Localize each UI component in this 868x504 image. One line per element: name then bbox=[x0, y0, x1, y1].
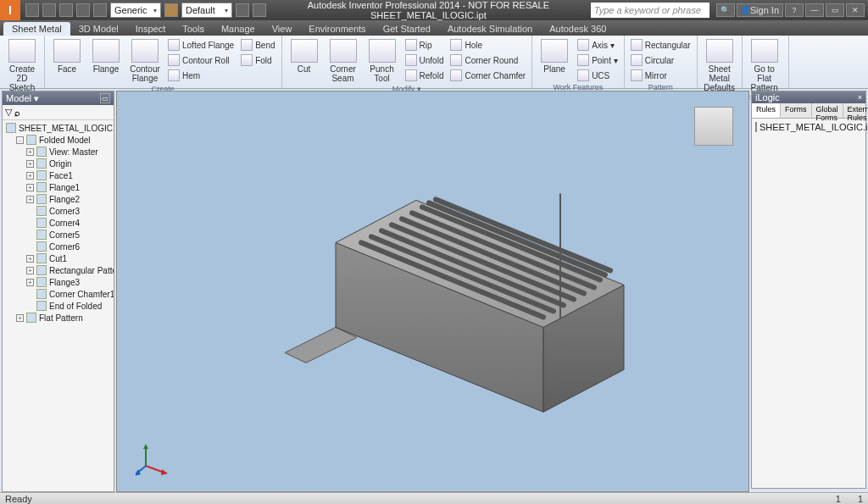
expand-icon[interactable]: + bbox=[26, 196, 34, 203]
model-panel-options-icon[interactable]: ▭ bbox=[100, 93, 110, 103]
circular-pattern-button[interactable]: Circular bbox=[628, 53, 693, 68]
ilogic-tab-global-forms[interactable]: Global Forms bbox=[812, 103, 843, 118]
maximize-icon[interactable]: ▭ bbox=[826, 3, 844, 17]
corner-seam-button[interactable]: Corner Seam bbox=[325, 37, 362, 85]
punch-tool-button[interactable]: Punch Tool bbox=[364, 37, 401, 85]
tree-item[interactable]: Corner5 bbox=[4, 229, 112, 241]
tree-item[interactable]: +Flat Pattern bbox=[4, 312, 112, 324]
cut-button[interactable]: Cut bbox=[286, 37, 323, 75]
spacer-icon bbox=[26, 291, 34, 298]
expand-icon[interactable]: + bbox=[26, 267, 34, 274]
filter-icon[interactable]: ▽ bbox=[5, 107, 12, 118]
contour-flange-button[interactable]: Contour Flange bbox=[126, 37, 164, 85]
rectangular-pattern-button[interactable]: Rectangular bbox=[628, 37, 693, 53]
refold-button[interactable]: Refold bbox=[403, 68, 447, 83]
bend-button[interactable]: Bend bbox=[238, 37, 277, 53]
tree-root[interactable]: SHEET_METAL_ILOGIC.ipt bbox=[4, 122, 112, 134]
ilogic-header: iLogic × bbox=[752, 91, 865, 103]
signin-button[interactable]: 👤 Sign In bbox=[737, 3, 783, 17]
material-combo[interactable]: Generic bbox=[110, 3, 161, 18]
tab-tools[interactable]: Tools bbox=[174, 22, 213, 36]
tree-item[interactable]: Corner3 bbox=[4, 205, 112, 217]
tree-item[interactable]: Corner4 bbox=[4, 217, 112, 229]
minimize-icon[interactable]: — bbox=[805, 3, 824, 17]
tab-environments[interactable]: Environments bbox=[300, 22, 374, 36]
rip-button[interactable]: Rip bbox=[403, 37, 447, 53]
plane-button[interactable]: Plane bbox=[536, 37, 573, 75]
qat-extra1-icon[interactable] bbox=[236, 3, 249, 17]
axis-button[interactable]: Axis ▾ bbox=[575, 37, 620, 53]
viewport-3d[interactable] bbox=[116, 91, 749, 492]
ilogic-tree-item[interactable]: SHEET_METAL_ILOGIC.ipt bbox=[755, 122, 862, 132]
hem-button[interactable]: Hem bbox=[165, 68, 236, 83]
create-2d-sketch-button[interactable]: Create 2D Sketch bbox=[3, 37, 41, 94]
qat-redo-icon[interactable] bbox=[93, 3, 107, 17]
tab-inspect[interactable]: Inspect bbox=[127, 22, 174, 36]
appearance-combo[interactable]: Default bbox=[181, 3, 232, 18]
corner-chamfer-button[interactable]: Corner Chamfer bbox=[448, 68, 528, 83]
tree-item[interactable]: +Origin bbox=[4, 158, 112, 169]
spacer-icon bbox=[26, 208, 34, 215]
tree-item[interactable]: Corner Chamfer1 bbox=[4, 288, 112, 300]
tab-3d-model[interactable]: 3D Model bbox=[70, 22, 127, 36]
tree-item[interactable]: End of Folded bbox=[4, 300, 112, 312]
contour-roll-button[interactable]: Contour Roll bbox=[165, 53, 236, 68]
qat-save-icon[interactable] bbox=[59, 3, 73, 17]
qat-open-icon[interactable] bbox=[42, 3, 56, 17]
expand-icon[interactable]: + bbox=[26, 148, 34, 156]
help-icon[interactable]: ? bbox=[785, 3, 804, 17]
tree-item[interactable]: +Flange3 bbox=[4, 276, 112, 288]
viewcube[interactable] bbox=[694, 107, 733, 146]
ilogic-tab-rules[interactable]: Rules bbox=[752, 103, 781, 118]
tab-manage[interactable]: Manage bbox=[213, 22, 264, 36]
search-icon[interactable]: 🔍 bbox=[716, 3, 735, 17]
hole-button[interactable]: Hole bbox=[448, 37, 528, 53]
qat-extra2-icon[interactable] bbox=[253, 3, 266, 17]
tab-view[interactable]: View bbox=[264, 22, 301, 36]
corner-round-button[interactable]: Corner Round bbox=[448, 53, 528, 68]
tree-item-label: End of Folded bbox=[49, 302, 102, 311]
ucs-button[interactable]: UCS bbox=[575, 68, 620, 83]
mirror-button[interactable]: Mirror bbox=[628, 68, 693, 83]
expand-icon[interactable]: + bbox=[26, 172, 34, 180]
fold-button[interactable]: Fold bbox=[238, 53, 277, 68]
find-icon[interactable]: ⌕ bbox=[14, 108, 20, 118]
close-icon[interactable]: ✕ bbox=[846, 3, 865, 17]
tab-get-started[interactable]: Get Started bbox=[375, 22, 439, 36]
expand-icon[interactable]: + bbox=[26, 255, 34, 263]
expand-icon[interactable]: + bbox=[16, 314, 24, 322]
lofted-flange-button[interactable]: Lofted Flange bbox=[165, 37, 236, 53]
tree-item[interactable]: +View: Master bbox=[4, 146, 112, 158]
expand-icon[interactable]: + bbox=[26, 184, 34, 191]
expand-icon[interactable]: + bbox=[26, 279, 34, 286]
qat-undo-icon[interactable] bbox=[76, 3, 90, 17]
tree-item[interactable]: +Rectangular Pattern1 bbox=[4, 264, 112, 276]
tree-item[interactable]: +Flange1 bbox=[4, 181, 112, 193]
app-logo[interactable]: I bbox=[0, 0, 20, 20]
unfold-button[interactable]: Unfold bbox=[403, 53, 447, 68]
ucs-icon bbox=[577, 69, 589, 81]
help-search-input[interactable]: Type a keyword or phrase bbox=[591, 3, 709, 18]
ilogic-close-icon[interactable]: × bbox=[858, 93, 862, 102]
sheet-metal-defaults-button[interactable]: Sheet Metal Defaults bbox=[701, 37, 738, 94]
face-button[interactable]: Face bbox=[48, 37, 86, 75]
model-tree[interactable]: SHEET_METAL_ILOGIC.ipt -Folded Model+Vie… bbox=[3, 120, 114, 491]
tree-item[interactable]: +Flange2 bbox=[4, 193, 112, 205]
ilogic-tab-forms[interactable]: Forms bbox=[781, 103, 812, 118]
point-button[interactable]: Point ▾ bbox=[575, 53, 620, 68]
qat-new-icon[interactable] bbox=[25, 3, 39, 17]
model-panel-title[interactable]: Model ▾ bbox=[6, 93, 39, 104]
tree-item[interactable]: +Cut1 bbox=[4, 252, 112, 264]
tree-item[interactable]: +Face1 bbox=[4, 169, 112, 181]
go-to-flat-pattern-button[interactable]: Go to Flat Pattern bbox=[746, 37, 783, 94]
tree-item[interactable]: Corner6 bbox=[4, 241, 112, 252]
appearance-swatch-icon[interactable] bbox=[164, 3, 178, 17]
tab-autodesk360[interactable]: Autodesk 360 bbox=[541, 22, 615, 36]
flange-button[interactable]: Flange bbox=[87, 37, 125, 75]
tree-item[interactable]: -Folded Model bbox=[4, 134, 112, 146]
tab-simulation[interactable]: Autodesk Simulation bbox=[439, 22, 541, 36]
expand-icon[interactable]: + bbox=[26, 160, 34, 168]
collapse-icon[interactable]: - bbox=[16, 136, 24, 144]
tab-sheet-metal[interactable]: Sheet Metal bbox=[3, 22, 70, 36]
ilogic-tab-external-rules[interactable]: External Rules bbox=[843, 103, 868, 118]
